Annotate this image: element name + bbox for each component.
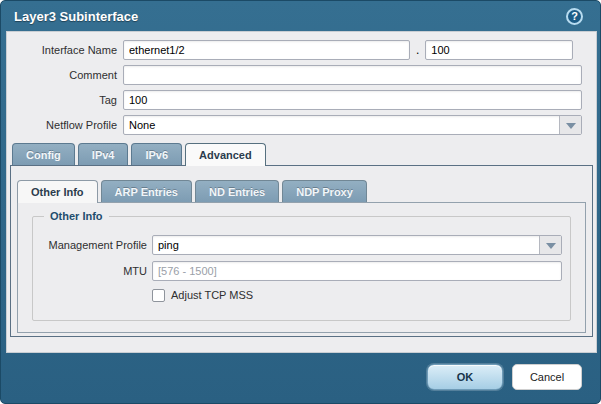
comment-input[interactable] — [123, 65, 582, 85]
tab-advanced[interactable]: Advanced — [185, 143, 266, 166]
mtu-input[interactable] — [152, 261, 562, 281]
other-info-panel: Other Info Management Profile MTU — [17, 202, 586, 333]
management-profile-label: Management Profile — [33, 239, 147, 251]
main-tabs: Config IPv4 IPv6 Advanced — [12, 143, 596, 165]
dialog-title: Layer3 Subinterface — [14, 9, 138, 24]
netflow-profile-value[interactable] — [123, 115, 582, 135]
netflow-profile-row: Netflow Profile — [7, 115, 596, 135]
subtab-other-info[interactable]: Other Info — [17, 180, 98, 203]
subtab-ndp-proxy[interactable]: NDP Proxy — [282, 180, 367, 202]
netflow-profile-dropdown[interactable] — [123, 115, 582, 135]
subinterface-id-input[interactable] — [425, 40, 573, 60]
title-bar: Layer3 Subinterface ? — [1, 1, 600, 31]
other-info-groupbox: Other Info Management Profile MTU — [32, 216, 571, 321]
ok-button[interactable]: OK — [427, 364, 503, 390]
adjust-tcp-mss-label: Adjust TCP MSS — [171, 289, 253, 301]
tab-ipv6[interactable]: IPv6 — [131, 143, 182, 165]
interface-name-input[interactable] — [123, 40, 410, 60]
tag-input[interactable] — [123, 90, 582, 110]
tab-ipv4[interactable]: IPv4 — [78, 143, 129, 165]
subtab-arp-entries[interactable]: ARP Entries — [101, 180, 192, 202]
tab-config[interactable]: Config — [12, 143, 75, 165]
mtu-label: MTU — [33, 265, 147, 277]
tag-row: Tag — [7, 90, 596, 110]
adjust-tcp-mss-checkbox[interactable] — [152, 289, 165, 302]
advanced-subtabs: Other Info ARP Entries ND Entries NDP Pr… — [17, 180, 592, 202]
management-profile-row: Management Profile — [33, 235, 570, 255]
comment-label: Comment — [7, 69, 117, 81]
tag-label: Tag — [7, 94, 117, 106]
management-profile-dropdown[interactable] — [152, 235, 562, 255]
help-icon[interactable]: ? — [566, 8, 583, 25]
subtab-nd-entries[interactable]: ND Entries — [195, 180, 279, 202]
dialog-content: Interface Name . Comment Tag Netflow Pro… — [6, 31, 597, 353]
chevron-down-icon[interactable] — [539, 236, 561, 254]
other-info-legend: Other Info — [44, 210, 109, 222]
mtu-row: MTU — [33, 261, 570, 281]
layer3-subinterface-dialog: Layer3 Subinterface ? Interface Name . C… — [0, 0, 601, 404]
chevron-down-icon[interactable] — [559, 116, 581, 134]
cancel-button[interactable]: Cancel — [512, 364, 582, 390]
advanced-tab-panel: Other Info ARP Entries ND Entries NDP Pr… — [10, 165, 593, 337]
footer-bar: OK Cancel — [1, 351, 600, 403]
interface-name-separator: . — [416, 43, 419, 57]
adjust-tcp-mss-row: Adjust TCP MSS — [152, 287, 570, 303]
interface-name-label: Interface Name — [7, 44, 117, 56]
management-profile-value[interactable] — [152, 235, 562, 255]
comment-row: Comment — [7, 65, 596, 85]
netflow-profile-label: Netflow Profile — [7, 119, 117, 131]
interface-name-row: Interface Name . — [7, 40, 596, 60]
